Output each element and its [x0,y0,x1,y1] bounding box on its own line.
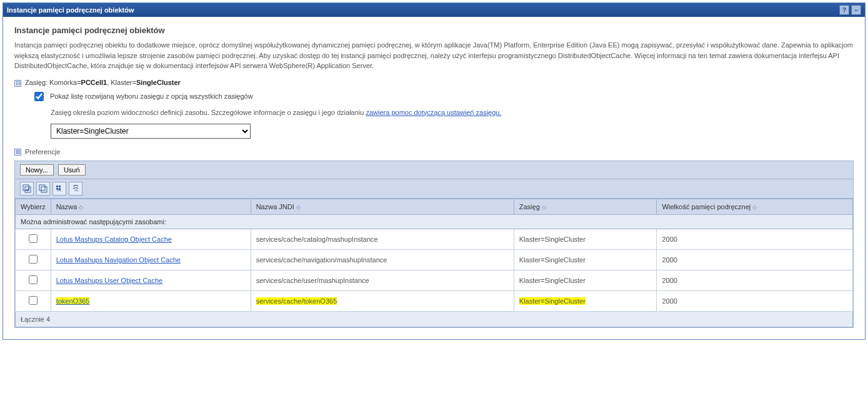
sort-icon: ◇ [752,204,757,210]
sort-icon: ◇ [542,204,546,210]
cache-jndi: services/cache/tokenO365 [251,291,514,312]
cache-scope: Klaster=SingleCluster [514,270,657,291]
cache-jndi: services/cache/navigation/mashupInstance [251,250,514,270]
filter-icon[interactable] [52,182,66,196]
row-checkbox[interactable] [29,275,37,284]
table-row: tokenO365services/cache/tokenO365Klaster… [16,291,853,312]
cache-scope: Klaster=SingleCluster [514,250,657,270]
clear-filter-icon[interactable] [69,182,82,196]
svg-rect-3 [41,187,47,192]
col-scope[interactable]: Zasięg◇ [514,199,657,215]
scope-cluster: SingleCluster [136,79,181,86]
row-checkbox[interactable] [29,234,37,243]
collapse-icon[interactable]: ⊟ [14,80,21,87]
cache-scope: Klaster=SingleCluster [514,291,657,312]
show-scope-label: Pokaż listę rozwijaną wyboru zasięgu z o… [50,92,253,100]
cache-name-link[interactable]: Lotus Mashups User Object Cache [56,277,163,284]
col-select: Wybierz [16,199,51,215]
icon-toolbar [15,179,853,199]
expand-icon[interactable]: ⊞ [14,149,21,156]
col-size[interactable]: Wielkość pamięci podręcznej◇ [657,199,853,215]
cache-size: 2000 [657,270,853,291]
page-description: Instancja pamięci podręcznej obiektu to … [14,40,854,71]
svg-rect-4 [56,186,58,187]
svg-rect-5 [59,186,61,187]
scope-mid: , Klaster= [107,79,136,86]
preferences-label: Preferencje [25,148,60,156]
new-button[interactable]: Nowy... [20,164,54,176]
scope-row: ⊟ Zasięg: Komórka=PCCell1, Klaster=Singl… [14,79,854,87]
scope-help-link[interactable]: zawiera pomoc dotyczącą ustawień zasięgu… [366,109,501,116]
scope-select[interactable]: Klaster=SingleCluster [51,124,251,139]
cache-size: 2000 [657,291,853,312]
table-footer: Łącznie 4 [16,312,853,327]
sort-icon: ◇ [79,204,83,210]
minimize-button[interactable]: – [851,5,861,15]
scope-checkbox-row: Pokaż listę rozwijaną wyboru zasięgu z o… [34,92,854,101]
table-subheader: Można administrować następującymi zasoba… [16,215,853,229]
help-button[interactable]: ? [839,5,849,15]
cache-name-link[interactable]: Lotus Mashups Catalog Object Cache [56,235,172,243]
row-checkbox[interactable] [29,296,37,305]
main-panel: Instancje pamięci podręcznej obiektów ? … [2,2,866,340]
cache-jndi: services/cache/catalog/mashupInstance [251,229,514,250]
table-row: Lotus Mashups User Object Cacheservices/… [16,270,853,291]
svg-rect-6 [56,188,58,190]
cache-scope: Klaster=SingleCluster [514,229,657,250]
table-container: Nowy... Usuń Wybierz Nazwa◇ Nazwa JNDI◇ … [14,161,854,328]
col-jndi[interactable]: Nazwa JNDI◇ [251,199,514,215]
titlebar: Instancje pamięci podręcznej obiektów ? … [3,3,865,17]
select-all-icon[interactable] [20,182,34,196]
scope-label: Zasięg: Komórka=PCCell1, Klaster=SingleC… [25,79,181,86]
action-bar: Nowy... Usuń [15,161,853,179]
scope-cell: PCCell1 [81,79,107,86]
table-row: Lotus Mashups Navigation Object Cacheser… [16,250,853,270]
svg-rect-2 [39,185,45,191]
svg-rect-7 [59,188,61,190]
col-name[interactable]: Nazwa◇ [51,199,251,215]
table-row: Lotus Mashups Catalog Object Cacheservic… [16,229,853,250]
cache-table: Wybierz Nazwa◇ Nazwa JNDI◇ Zasięg◇ Wielk… [15,199,853,327]
deselect-all-icon[interactable] [36,182,50,196]
sort-icon: ◇ [296,204,301,210]
row-checkbox[interactable] [29,255,37,264]
preferences-row: ⊞ Preferencje [14,147,854,156]
content-area: Instancje pamięci podręcznej obiektów In… [3,17,865,339]
scope-prefix: Zasięg: Komórka= [25,79,81,86]
page-title: Instancje pamięci podręcznej obiektów [14,26,854,35]
scope-help-text: Zasięg określa poziom widoczności defini… [51,107,854,118]
titlebar-title: Instancje pamięci podręcznej obiektów [7,6,837,14]
scope-help: Zasięg określa poziom widoczności defini… [51,109,366,116]
cache-name-link[interactable]: tokenO365 [56,297,90,305]
cache-name-link[interactable]: Lotus Mashups Navigation Object Cache [56,256,181,264]
cache-size: 2000 [657,250,853,270]
cache-jndi: services/cache/user/mashupInstance [251,270,514,291]
delete-button[interactable]: Usuń [58,164,86,176]
show-scope-checkbox[interactable] [34,92,44,101]
cache-size: 2000 [657,229,853,250]
